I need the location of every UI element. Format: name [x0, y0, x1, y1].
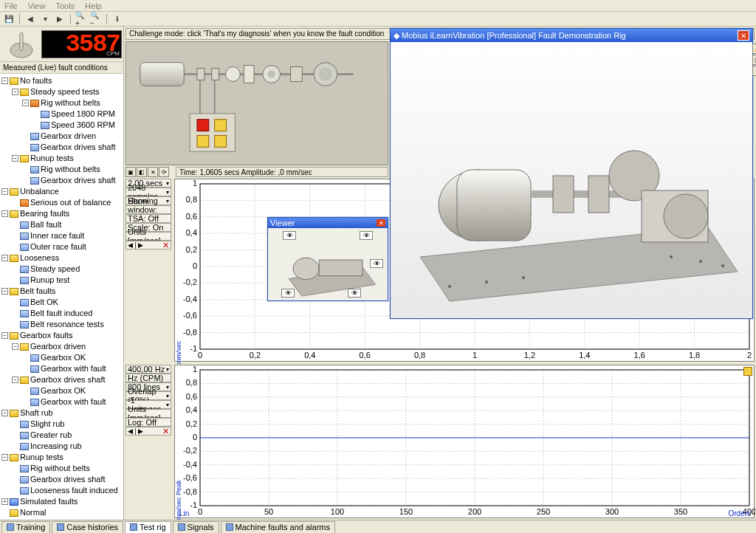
eye-view-4[interactable]: 👁 [281, 289, 295, 298]
tree-item[interactable]: −Belt faults [1, 286, 123, 297]
svg-rect-124 [319, 260, 362, 276]
tree-item[interactable]: Belt OK [12, 297, 123, 308]
tree-item[interactable]: Rig without belts [12, 463, 123, 474]
wf-tool-1[interactable]: ▣ [126, 167, 136, 177]
tree-item[interactable]: −Runup tests [12, 153, 123, 164]
3d-rig-title: Mobius iLearnVibration [Professional] Fa… [402, 31, 626, 40]
tree-item[interactable]: −Unbalance [1, 186, 123, 197]
tab-case-histories[interactable]: Case histories [52, 521, 123, 533]
ctl-freq[interactable]: 400,00 Hz▾ [126, 365, 171, 374]
tree-item[interactable]: +Simulated faults [1, 496, 123, 507]
speed-knob[interactable] [1, 28, 41, 61]
tree-item[interactable]: −Gearbox drives shaft [12, 374, 123, 385]
tree-item[interactable]: −No faults [1, 75, 123, 86]
3d-rig-titlebar[interactable]: ◆ Mobius iLearnVibration [Professional] … [391, 29, 752, 42]
tree-item[interactable]: Rig without belts [22, 164, 123, 175]
tree-item[interactable]: Serious out of balance [12, 197, 123, 208]
3d-view-icon[interactable]: ◳ [752, 55, 756, 65]
eye-view-3[interactable]: 👁 [370, 259, 383, 268]
zoom-in-icon[interactable]: 🔍+ [75, 13, 87, 25]
wf-tool-2[interactable]: ◧ [137, 167, 147, 177]
svg-text:0: 0 [198, 507, 202, 516]
tree-item[interactable]: Gearbox drives shaft [22, 142, 123, 153]
tree-item[interactable]: Gearbox OK [22, 352, 123, 363]
spectrum-corner-button[interactable] [743, 367, 752, 376]
tree-item[interactable]: Ball fault [12, 219, 123, 230]
save-icon[interactable]: 💾 [3, 13, 15, 25]
wf-tool-3[interactable]: ✕ [148, 167, 158, 177]
tree-item[interactable]: −Runup tests [1, 452, 123, 463]
svg-rect-7 [244, 66, 254, 83]
tree-item[interactable]: Gearbox with fault [22, 396, 123, 408]
tree-item[interactable]: Speed 1800 RPM [32, 109, 123, 120]
tree-item[interactable]: Belt resonance tests [12, 319, 123, 330]
ctl-units2[interactable]: Units [mm/sec] [126, 409, 171, 418]
viewer-body[interactable]: 👁 👁 👁 👁 👁 [268, 228, 388, 300]
zoom-out-icon[interactable]: 🔍− [90, 13, 102, 25]
tree-item[interactable]: −Steady speed tests [12, 86, 123, 97]
eye-view-2[interactable]: 👁 [360, 231, 373, 240]
svg-point-118 [522, 276, 525, 279]
svg-text:-0,8: -0,8 [183, 487, 197, 496]
3d-reset-icon[interactable]: ↺ [752, 66, 756, 76]
tree-item[interactable]: −Rig without belts [22, 97, 123, 109]
menu-tools[interactable]: Tools [55, 1, 75, 10]
svg-rect-4 [197, 69, 205, 80]
menu-view[interactable]: View [28, 1, 46, 10]
tree-item[interactable]: Gearbox drives shaft [22, 175, 123, 186]
tree-item[interactable]: Belt fault induced [12, 308, 123, 319]
menu-file[interactable]: File [4, 1, 18, 10]
info-icon[interactable]: ℹ [111, 13, 123, 25]
tree-item[interactable]: Increasing rub [12, 441, 123, 452]
machine-schematic[interactable] [126, 41, 388, 165]
nav-dropdown-icon[interactable]: ▾ [39, 13, 51, 25]
tree-item[interactable]: −Gearbox faults [1, 330, 123, 341]
ctl-showwin[interactable]: Show window: Off [126, 205, 171, 214]
tree-item[interactable]: Gearbox with fault [22, 363, 123, 374]
tree-item[interactable]: Inner race fault [12, 230, 123, 241]
tree-item[interactable]: Slight rub [12, 419, 123, 430]
tab-signals[interactable]: Signals [173, 521, 219, 533]
tab-test-rig[interactable]: Test rig [125, 521, 171, 533]
tree-item[interactable]: Outer race fault [12, 241, 123, 252]
ctl-nav2[interactable]: ◀ | ▶ ✕ [126, 427, 171, 436]
svg-text:-0,2: -0,2 [183, 278, 197, 286]
tree-item[interactable]: −Shaft rub [1, 408, 123, 419]
tree-item[interactable]: Steady speed [12, 264, 123, 275]
ctl-nav[interactable]: ◀ | ▶ ✕ [126, 241, 171, 250]
ctl-log[interactable]: Log: Off [126, 418, 171, 427]
tree-item[interactable]: Gearbox drives shaft [12, 474, 123, 485]
tree-item[interactable]: −Looseness [1, 252, 123, 264]
tree-item[interactable]: −Bearing faults [1, 208, 123, 219]
viewer-close-icon[interactable]: ✕ [377, 219, 385, 227]
tree-item[interactable]: −Gearbox driven [12, 341, 123, 352]
menu-help[interactable]: Help [85, 1, 102, 10]
svg-text:0,2: 0,2 [186, 245, 197, 254]
nav-forward-icon[interactable]: ▶ [54, 13, 66, 25]
tab-machine-faults[interactable]: Machine faults and alarms [221, 521, 335, 533]
3d-rig-viewport[interactable] [391, 42, 752, 318]
eye-view-5[interactable]: 👁 [348, 289, 361, 298]
ctl-units[interactable]: Units [mm/sec] [126, 232, 171, 241]
wf-tool-4[interactable]: ⟳ [159, 167, 169, 177]
tree-item[interactable]: Gearbox OK [22, 385, 123, 396]
tree-item[interactable]: Gearbox driven [22, 131, 123, 142]
3d-lock-icon[interactable]: 🔒 [752, 44, 756, 54]
viewer-window[interactable]: Viewer ✕ 👁 👁 👁 👁 👁 [267, 217, 388, 301]
nav-back-icon[interactable]: ◀ [24, 13, 36, 25]
svg-text:0,8: 0,8 [186, 195, 197, 204]
ctl-samples[interactable]: 2048 samples▾ [126, 188, 171, 196]
close-icon[interactable]: ✕ [738, 30, 749, 41]
tree-item[interactable]: Looseness fault induced [12, 485, 123, 496]
eye-view-1[interactable]: 👁 [283, 231, 296, 240]
tree-item[interactable]: Runup test [12, 275, 123, 286]
3d-rig-window[interactable]: ◆ Mobius iLearnVibration [Professional] … [390, 28, 753, 319]
tree-item[interactable]: Speed 3600 RPM [32, 120, 123, 131]
tree-item[interactable]: Normal [1, 507, 123, 518]
tree-item[interactable]: Greater rub [12, 430, 123, 441]
ctl-tsa[interactable]: TSA: Off [126, 214, 171, 223]
tab-training[interactable]: Training [1, 521, 50, 533]
ctl-hzcpm[interactable]: Hz (CPM) [126, 374, 171, 382]
fault-tree[interactable]: −No faults−Steady speed tests−Rig withou… [0, 74, 123, 520]
spectrum-chart[interactable]: 050100150200250300350400-1-0,8-0,6-0,4-0… [174, 365, 755, 518]
